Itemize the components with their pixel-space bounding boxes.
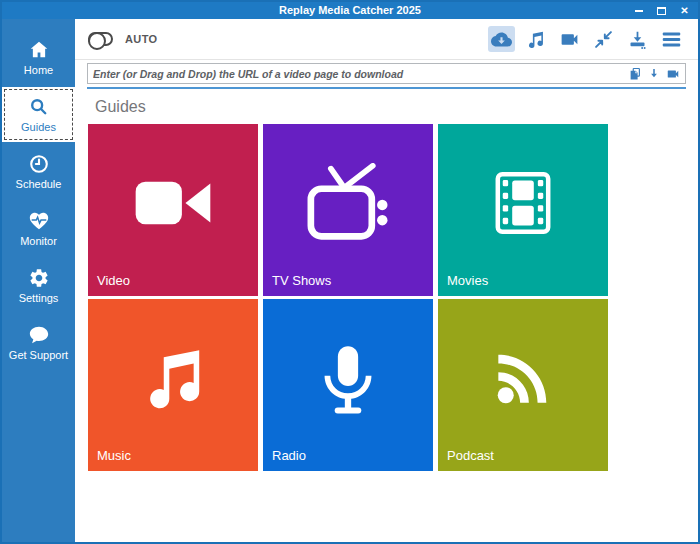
tile-label: Podcast <box>447 449 599 463</box>
tile-music[interactable]: Music <box>88 299 258 471</box>
rss-icon <box>447 307 599 449</box>
menu-icon <box>661 29 682 50</box>
search-icon <box>28 96 50 118</box>
gear-icon <box>28 267 50 289</box>
auto-toggle[interactable] <box>88 32 113 46</box>
video-camera-icon <box>97 132 249 274</box>
camera-icon[interactable] <box>666 67 680 81</box>
url-bar <box>87 63 686 89</box>
maximize-icon <box>657 7 666 15</box>
maximize-button[interactable] <box>652 3 671 18</box>
sidebar: Home Guides Schedule Monitor Settings Ge <box>2 19 75 542</box>
sidebar-item-schedule[interactable]: Schedule <box>2 144 75 199</box>
auto-toggle-label: AUTO <box>125 33 158 45</box>
video-camera-icon <box>559 29 580 50</box>
toolbar-icons <box>488 26 685 52</box>
sidebar-item-label: Home <box>24 65 53 76</box>
minimize-icon <box>635 10 643 12</box>
url-bar-icons <box>628 67 680 81</box>
sidebar-item-label: Guides <box>21 122 56 133</box>
toolbar: AUTO <box>75 19 698 60</box>
tile-radio[interactable]: Radio <box>263 299 433 471</box>
home-icon <box>28 39 50 61</box>
film-strip-icon <box>447 132 599 274</box>
url-input-box <box>87 63 686 84</box>
url-input[interactable] <box>93 64 628 83</box>
app-window: Replay Media Catcher 2025 ✕ Home Guides … <box>0 0 700 544</box>
window-controls: ✕ <box>629 3 698 18</box>
music-note-icon <box>97 307 249 449</box>
sidebar-item-get-support[interactable]: Get Support <box>2 315 75 370</box>
menu-button[interactable] <box>658 26 685 52</box>
video-capture-button[interactable] <box>556 26 583 52</box>
download-tray-icon <box>627 29 648 50</box>
tile-tv-shows[interactable]: TV Shows <box>263 124 433 296</box>
window-title: Replay Media Catcher 2025 <box>2 2 698 19</box>
tile-movies[interactable]: Movies <box>438 124 608 296</box>
clock-icon <box>28 153 50 175</box>
microphone-icon <box>272 307 424 449</box>
tile-label: Radio <box>272 449 424 463</box>
tv-icon <box>272 132 424 274</box>
minimize-button[interactable] <box>629 3 648 18</box>
sidebar-item-monitor[interactable]: Monitor <box>2 201 75 256</box>
sidebar-item-label: Schedule <box>16 179 62 190</box>
tile-podcast[interactable]: Podcast <box>438 299 608 471</box>
sidebar-item-home[interactable]: Home <box>2 30 75 85</box>
title-bar: Replay Media Catcher 2025 ✕ <box>2 2 698 19</box>
sidebar-item-label: Monitor <box>20 236 57 247</box>
tile-video[interactable]: Video <box>88 124 258 296</box>
sidebar-item-label: Settings <box>19 293 59 304</box>
shrink-window-button[interactable] <box>590 26 617 52</box>
close-icon: ✕ <box>680 6 688 16</box>
auto-toggle-knob <box>88 32 106 50</box>
download-arrow-icon[interactable] <box>647 67 661 81</box>
downloads-button[interactable] <box>624 26 651 52</box>
cloud-download-icon <box>491 29 512 50</box>
shrink-icon <box>593 29 614 50</box>
tile-label: Music <box>97 449 249 463</box>
cloud-download-button[interactable] <box>488 26 515 52</box>
content-area: AUTO <box>75 19 698 542</box>
page-title: Guides <box>95 98 698 116</box>
sidebar-item-label: Get Support <box>9 350 68 361</box>
tile-label: Video <box>97 274 249 288</box>
tile-label: Movies <box>447 274 599 288</box>
guides-tile-grid: Video TV Shows Movies <box>88 124 698 471</box>
heart-pulse-icon <box>28 210 50 232</box>
tile-label: TV Shows <box>272 274 424 288</box>
music-capture-button[interactable] <box>522 26 549 52</box>
sidebar-item-settings[interactable]: Settings <box>2 258 75 313</box>
paste-icon[interactable] <box>628 67 642 81</box>
sidebar-item-guides[interactable]: Guides <box>2 87 75 142</box>
close-button[interactable]: ✕ <box>675 3 694 18</box>
music-note-icon <box>525 29 546 50</box>
speech-bubble-icon <box>28 324 50 346</box>
url-accent-line <box>87 87 686 89</box>
